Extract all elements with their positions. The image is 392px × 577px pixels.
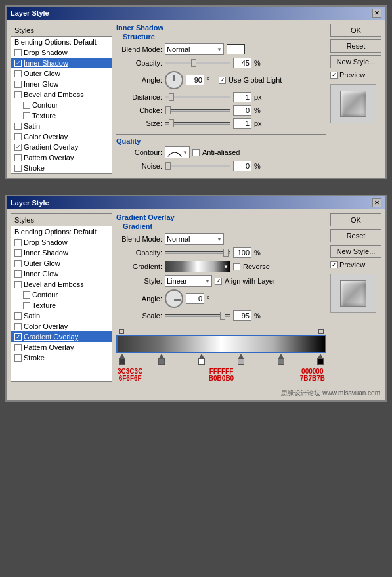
sidebar-item-contour-2[interactable]: Contour [11, 289, 112, 300]
angle-dial-2[interactable] [165, 289, 183, 308]
size-slider-1[interactable] [165, 122, 230, 125]
choke-slider-1[interactable] [165, 109, 230, 112]
bottom-stop-1[interactable] [119, 354, 125, 365]
sidebar-item-inner-shadow-2[interactable]: Inner Shadow [11, 247, 112, 258]
sidebar-item-satin-1[interactable]: Satin [11, 121, 112, 131]
noise-slider-1[interactable] [165, 165, 230, 167]
sidebar-item-gradient-overlay-1[interactable]: Gradient Overlay [11, 142, 112, 152]
angle-input-1[interactable] [186, 75, 204, 85]
stop-color-3[interactable] [198, 358, 205, 365]
sidebar-item-contour-1[interactable]: Contour [11, 100, 112, 110]
blend-mode-color-swatch-1[interactable] [227, 44, 245, 54]
stop-color-2[interactable] [158, 358, 165, 365]
satin-checkbox-2[interactable] [14, 312, 22, 320]
bevel-emboss-checkbox-2[interactable] [14, 281, 22, 288]
sidebar-item-gradient-overlay-2[interactable]: Gradient Overlay [11, 331, 112, 342]
preview-checkbox-2[interactable] [330, 261, 338, 268]
ok-button-1[interactable]: OK [330, 24, 381, 37]
bottom-stop-3[interactable] [198, 354, 205, 365]
inner-shadow-checkbox-2[interactable] [14, 249, 22, 257]
top-stop-right[interactable] [318, 329, 324, 334]
close-button-1[interactable]: ✕ [372, 9, 381, 18]
opacity-input-2[interactable] [233, 247, 251, 258]
reset-button-2[interactable]: Reset [330, 229, 381, 242]
inner-shadow-checkbox-1[interactable] [14, 60, 22, 67]
sidebar-item-blending-options-1[interactable]: Blending Options: Default [11, 37, 112, 47]
sidebar-item-pattern-overlay-2[interactable]: Pattern Overlay [11, 342, 112, 353]
contour-checkbox-2[interactable] [23, 291, 30, 299]
gradient-picker-2[interactable]: G ▼ [165, 261, 230, 272]
sidebar-item-outer-glow-2[interactable]: Outer Glow [11, 258, 112, 268]
stop-handle[interactable] [119, 329, 124, 334]
color-overlay-checkbox-2[interactable] [14, 323, 22, 330]
bottom-stop-2[interactable] [158, 354, 165, 365]
top-stop-left[interactable] [119, 329, 124, 334]
preview-checkbox-1[interactable] [330, 72, 338, 79]
gradient-overlay-link-2[interactable]: Gradient Overlay [24, 333, 78, 341]
new-style-button-1[interactable]: New Style... [330, 55, 381, 68]
inner-glow-checkbox-1[interactable] [14, 81, 22, 88]
texture-checkbox-2[interactable] [23, 302, 30, 309]
inner-shadow-link-1[interactable]: Inner Shadow [24, 59, 68, 67]
sidebar-item-bevel-emboss-2[interactable]: Bevel and Emboss [11, 279, 112, 289]
sidebar-item-inner-glow-2[interactable]: Inner Glow [11, 268, 112, 279]
gradient-bar-2[interactable] [116, 335, 326, 353]
align-layer-checkbox-2[interactable] [215, 278, 222, 285]
outer-glow-checkbox-1[interactable] [14, 70, 22, 77]
bottom-stop-6[interactable] [317, 354, 324, 365]
gradient-overlay-checkbox-2[interactable] [14, 333, 22, 341]
drop-shadow-checkbox-2[interactable] [14, 239, 22, 246]
contour-checkbox-1[interactable] [23, 102, 30, 109]
stop-color-6[interactable] [317, 358, 324, 365]
choke-input-1[interactable] [233, 105, 251, 116]
sidebar-item-stroke-1[interactable]: Stroke [11, 163, 112, 173]
sidebar-item-blending-options-2[interactable]: Blending Options: Default [11, 226, 112, 237]
bottom-stop-4[interactable] [238, 354, 244, 365]
global-light-checkbox-1[interactable] [219, 77, 226, 84]
sidebar-item-inner-glow-1[interactable]: Inner Glow [11, 79, 112, 89]
pattern-overlay-checkbox-1[interactable] [14, 154, 22, 161]
scale-slider-2[interactable] [165, 314, 230, 317]
angle-input-2[interactable] [186, 293, 204, 304]
bevel-emboss-checkbox-1[interactable] [14, 91, 22, 98]
reverse-checkbox-2[interactable] [233, 263, 240, 270]
stroke-checkbox-1[interactable] [14, 165, 22, 172]
sidebar-item-stroke-2[interactable]: Stroke [11, 353, 112, 363]
noise-input-1[interactable] [233, 161, 251, 171]
color-overlay-checkbox-1[interactable] [14, 133, 22, 140]
stop-color-5[interactable] [278, 358, 284, 365]
scale-input-2[interactable] [233, 310, 251, 321]
sidebar-item-drop-shadow-1[interactable]: Drop Shadow [11, 47, 112, 58]
reset-button-1[interactable]: Reset [330, 39, 381, 53]
inner-glow-checkbox-2[interactable] [14, 270, 22, 278]
gradient-overlay-checkbox-1[interactable] [14, 144, 22, 151]
close-button-2[interactable]: ✕ [372, 198, 381, 207]
sidebar-item-outer-glow-1[interactable]: Outer Glow [11, 68, 112, 79]
sidebar-item-inner-shadow-1[interactable]: Inner Shadow [11, 58, 112, 68]
distance-slider-1[interactable] [165, 96, 230, 98]
blend-mode-dropdown-1[interactable]: Normal ▼ [165, 43, 224, 55]
sidebar-item-color-overlay-2[interactable]: Color Overlay [11, 321, 112, 331]
sidebar-item-satin-2[interactable]: Satin [11, 310, 112, 321]
blend-mode-dropdown-2[interactable]: Normal ▼ [165, 233, 224, 245]
sidebar-item-drop-shadow-2[interactable]: Drop Shadow [11, 237, 112, 247]
contour-dropdown-1[interactable]: ▼ [165, 146, 190, 158]
ok-button-2[interactable]: OK [330, 213, 381, 226]
bottom-stop-5[interactable] [278, 354, 284, 365]
sidebar-item-bevel-emboss-1[interactable]: Bevel and Emboss [11, 89, 112, 100]
sidebar-item-texture-2[interactable]: Texture [11, 300, 112, 310]
opacity-input-1[interactable] [233, 58, 251, 68]
stroke-checkbox-2[interactable] [14, 354, 22, 362]
stop-color-1[interactable] [119, 358, 125, 365]
opacity-slider-1[interactable] [165, 62, 230, 64]
sidebar-item-pattern-overlay-1[interactable]: Pattern Overlay [11, 152, 112, 163]
style-dropdown-2[interactable]: Linear ▼ [165, 275, 212, 287]
new-style-button-2[interactable]: New Style... [330, 245, 381, 258]
texture-checkbox-1[interactable] [23, 112, 30, 119]
anti-alias-checkbox-1[interactable] [192, 149, 200, 156]
outer-glow-checkbox-2[interactable] [14, 260, 22, 267]
satin-checkbox-1[interactable] [14, 123, 22, 130]
opacity-slider-2[interactable] [165, 251, 230, 254]
pattern-overlay-checkbox-2[interactable] [14, 344, 22, 351]
drop-shadow-checkbox-1[interactable] [14, 49, 22, 56]
